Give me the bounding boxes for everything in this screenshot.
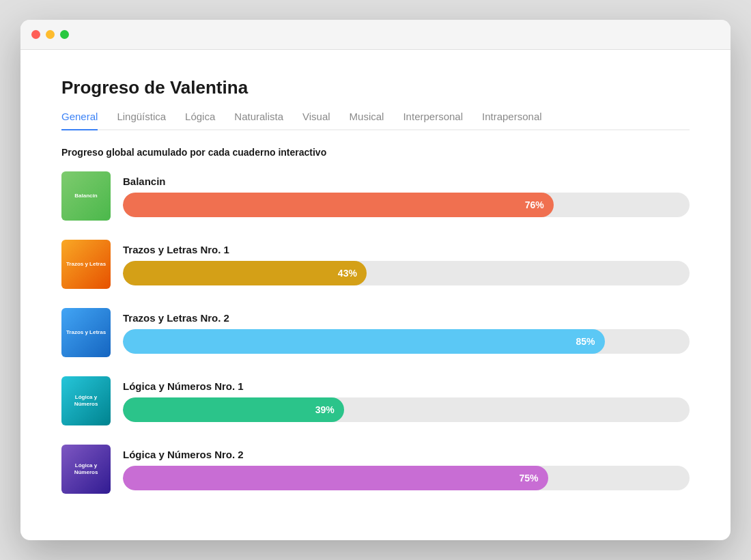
app-window: Progreso de Valentina GeneralLingüística… — [20, 20, 731, 540]
tab-logica[interactable]: Lógica — [185, 111, 215, 130]
book-row-logica-numeros-2: Lógica y NúmerosLógica y Números Nro. 27… — [61, 445, 690, 494]
tab-bar: GeneralLingüísticaLógicaNaturalistaVisua… — [61, 111, 690, 130]
book-row-balancin: BalancínBalancin76% — [61, 171, 690, 221]
book-cover-trazos-letras-1: Trazos y Letras — [61, 240, 111, 289]
book-info-trazos-letras-2: Trazos y Letras Nro. 285% — [123, 312, 690, 354]
titlebar — [20, 20, 731, 50]
progress-bar-bg-logica-numeros-1: 39% — [123, 397, 690, 422]
book-cover-balancin: Balancín — [61, 171, 111, 221]
book-cover-logica-numeros-2: Lógica y Números — [61, 445, 111, 494]
book-info-logica-numeros-2: Lógica y Números Nro. 275% — [123, 449, 690, 490]
section-label: Progreso global acumulado por cada cuade… — [61, 147, 690, 158]
tab-musical[interactable]: Musical — [350, 111, 384, 130]
book-row-logica-numeros-1: Lógica y NúmerosLógica y Números Nro. 13… — [61, 376, 690, 425]
tab-general[interactable]: General — [61, 111, 98, 130]
book-info-balancin: Balancin76% — [123, 176, 690, 217]
book-cover-logica-numeros-1: Lógica y Números — [61, 376, 111, 425]
progress-bar-fill-logica-numeros-2: 75% — [123, 466, 548, 490]
main-content: Progreso de Valentina GeneralLingüística… — [20, 50, 731, 540]
close-button[interactable] — [31, 30, 40, 39]
progress-bar-bg-balancin: 76% — [123, 193, 690, 217]
book-row-trazos-letras-1: Trazos y LetrasTrazos y Letras Nro. 143% — [61, 240, 690, 289]
tab-intrapersonal[interactable]: Intrapersonal — [482, 111, 542, 130]
page-title: Progreso de Valentina — [61, 77, 690, 98]
progress-bar-fill-logica-numeros-1: 39% — [123, 397, 344, 422]
progress-bar-bg-trazos-letras-2: 85% — [123, 329, 690, 354]
books-list: BalancínBalancin76%Trazos y LetrasTrazos… — [61, 171, 690, 494]
book-row-trazos-letras-2: Trazos y LetrasTrazos y Letras Nro. 285% — [61, 308, 690, 357]
traffic-lights — [31, 30, 69, 39]
tab-interpersonal[interactable]: Interpersonal — [403, 111, 463, 130]
fullscreen-button[interactable] — [60, 30, 69, 39]
book-info-trazos-letras-1: Trazos y Letras Nro. 143% — [123, 244, 690, 285]
book-cover-trazos-letras-2: Trazos y Letras — [61, 308, 111, 357]
book-name-balancin: Balancin — [123, 176, 690, 187]
progress-bar-fill-balancin: 76% — [123, 193, 554, 217]
progress-bar-bg-trazos-letras-1: 43% — [123, 261, 690, 285]
minimize-button[interactable] — [46, 30, 55, 39]
progress-bar-fill-trazos-letras-1: 43% — [123, 261, 367, 285]
book-name-logica-numeros-1: Lógica y Números Nro. 1 — [123, 380, 690, 392]
tab-naturalista[interactable]: Naturalista — [234, 111, 283, 130]
book-name-trazos-letras-1: Trazos y Letras Nro. 1 — [123, 244, 690, 255]
book-name-logica-numeros-2: Lógica y Números Nro. 2 — [123, 449, 690, 460]
progress-bar-bg-logica-numeros-2: 75% — [123, 466, 690, 490]
book-info-logica-numeros-1: Lógica y Números Nro. 139% — [123, 380, 690, 422]
tab-visual[interactable]: Visual — [302, 111, 330, 130]
progress-bar-fill-trazos-letras-2: 85% — [123, 329, 605, 354]
book-name-trazos-letras-2: Trazos y Letras Nro. 2 — [123, 312, 690, 324]
tab-linguistica[interactable]: Lingüística — [117, 111, 166, 130]
